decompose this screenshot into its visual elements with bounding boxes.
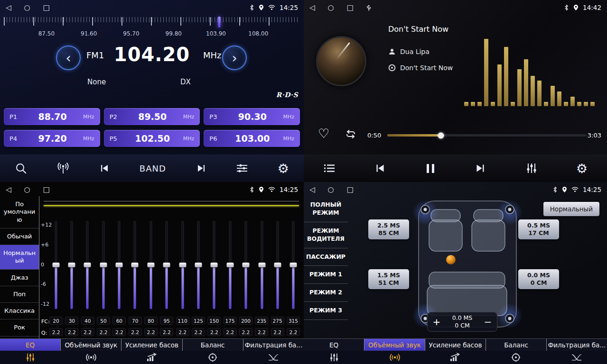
surround-icon[interactable] <box>61 351 121 364</box>
audio-settings-icon[interactable] <box>236 163 248 173</box>
nav-home-button[interactable]: ○ <box>328 185 334 194</box>
settings-gear-icon[interactable]: ⚙ <box>278 162 289 175</box>
eq-preset-item[interactable]: Поп <box>0 286 39 303</box>
tuner-indicator[interactable] <box>218 17 220 27</box>
previous-track-icon[interactable] <box>374 162 386 174</box>
mode-menu-item[interactable]: ПОЛНЫЙ РЕЖИМ <box>304 196 348 222</box>
field-preset-button[interactable]: Нормальный <box>543 202 599 216</box>
slider-knob[interactable] <box>84 263 91 267</box>
tab-surround[interactable]: Объёмный звук <box>364 339 425 351</box>
eq-band-slider-50[interactable] <box>100 221 107 309</box>
eq-preset-item[interactable]: Обычай <box>0 228 39 245</box>
tab-bass[interactable]: Усиление басов <box>425 339 486 351</box>
nav-back-button[interactable]: ◁ <box>6 3 11 12</box>
nav-back-button[interactable]: ◁ <box>309 3 315 12</box>
nav-back-button[interactable]: ◁ <box>309 185 315 194</box>
mode-menu-item[interactable]: РЕЖИМ ВОДИТЕЛЯ <box>304 222 348 248</box>
bass-icon[interactable] <box>121 351 182 364</box>
slider-knob[interactable] <box>290 263 297 267</box>
slider-knob[interactable] <box>211 263 218 267</box>
slider-knob[interactable] <box>147 263 154 267</box>
mode-menu-item[interactable]: РЕЖИМ 3 <box>304 302 348 320</box>
nav-recents-button[interactable]: □ <box>43 3 50 12</box>
balance-icon[interactable] <box>182 351 243 364</box>
favorite-heart-icon[interactable]: ♡ <box>318 126 329 141</box>
eq-band-slider-125[interactable] <box>195 221 202 309</box>
bass-icon[interactable] <box>425 351 486 364</box>
delay-front-left-button[interactable]: 2.5 MS 85 CM <box>368 219 409 239</box>
nav-recents-button[interactable]: □ <box>43 185 50 194</box>
eq-band-slider-20[interactable] <box>52 221 59 309</box>
slider-knob[interactable] <box>52 263 59 267</box>
tuning-scale[interactable] <box>4 17 298 28</box>
previous-track-icon[interactable] <box>99 163 110 174</box>
mode-menu-item[interactable]: РЕЖИМ 1 <box>304 266 348 284</box>
seek-up-button[interactable]: › <box>222 46 247 70</box>
nav-back-button[interactable]: ◁ <box>6 185 11 194</box>
eq-preset-item[interactable]: Нормальный <box>0 245 39 270</box>
eq-band-slider-60[interactable] <box>116 221 123 309</box>
eq-band-slider-150[interactable] <box>211 221 218 309</box>
nav-home-button[interactable]: ○ <box>24 185 30 194</box>
listening-position-ball[interactable] <box>446 255 456 264</box>
tab-balance[interactable]: Баланс <box>183 339 243 351</box>
next-track-icon[interactable] <box>196 163 207 174</box>
search-scan-icon[interactable] <box>15 162 27 174</box>
surround-icon[interactable] <box>364 351 425 364</box>
preset-button-p1[interactable]: P188.70MHz <box>4 108 100 125</box>
slider-knob[interactable] <box>258 263 265 267</box>
tab-eq[interactable]: EQ <box>304 339 364 351</box>
eq-band-slider-70[interactable] <box>131 221 139 309</box>
eq-band-slider-315[interactable] <box>290 221 297 309</box>
eq-band-slider-175[interactable] <box>226 221 233 309</box>
preset-button-p4[interactable]: P497.20MHz <box>4 130 100 147</box>
mode-menu-item[interactable]: РЕЖИМ 2 <box>304 284 348 302</box>
eq-band-slider-95[interactable] <box>163 221 170 309</box>
slider-knob[interactable] <box>116 263 123 267</box>
nav-recents-button[interactable]: □ <box>347 3 354 12</box>
tab-eq[interactable]: EQ <box>0 339 61 351</box>
band-button[interactable]: BAND <box>140 164 166 173</box>
preset-button-p2[interactable]: P289.50MHz <box>104 108 200 125</box>
next-track-icon[interactable] <box>474 162 486 174</box>
balance-icon[interactable] <box>486 351 546 364</box>
settings-gear-icon[interactable]: ⚙ <box>576 162 588 175</box>
slider-knob[interactable] <box>274 263 281 267</box>
eq-preset-item[interactable]: Классика <box>0 303 39 319</box>
eq-preset-item[interactable]: По умолчанию <box>0 196 39 228</box>
mixer-sliders-icon[interactable] <box>525 163 538 174</box>
eq-preset-item[interactable]: Джаз <box>0 270 39 286</box>
slider-knob[interactable] <box>100 263 107 267</box>
decrease-delay-button[interactable]: − <box>479 316 497 328</box>
playlist-icon[interactable] <box>323 163 336 173</box>
eq-band-slider-30[interactable] <box>68 221 75 309</box>
eq-band-slider-110[interactable] <box>179 221 186 309</box>
eq-icon[interactable] <box>0 351 61 364</box>
preset-button-p3[interactable]: P390.30MHz <box>204 108 300 125</box>
preset-button-p5[interactable]: P5102.50MHz <box>104 130 200 147</box>
nav-home-button[interactable]: ○ <box>328 3 334 12</box>
mode-menu-item[interactable]: ПАССАЖИР <box>304 248 348 266</box>
filter-icon[interactable] <box>243 351 304 364</box>
broadcast-antenna-icon[interactable] <box>56 162 70 174</box>
slider-knob[interactable] <box>226 263 233 267</box>
eq-band-slider-235[interactable] <box>258 221 265 309</box>
repeat-icon[interactable] <box>345 129 357 141</box>
eq-band-slider-275[interactable] <box>274 221 281 309</box>
seek-down-button[interactable]: ‹ <box>56 46 81 70</box>
tab-filter[interactable]: Фильтрация ба... <box>243 339 304 351</box>
slider-knob[interactable] <box>195 263 202 267</box>
tab-filter[interactable]: Фильтрация ба... <box>547 339 607 351</box>
slider-knob[interactable] <box>68 263 75 267</box>
preset-button-p6[interactable]: P6103.00MHz <box>204 130 300 147</box>
progress-knob[interactable] <box>438 132 444 138</box>
progress-bar[interactable] <box>387 134 587 136</box>
delay-rear-right-button[interactable]: 0.0 MS 0 CM <box>518 269 559 289</box>
slider-knob[interactable] <box>131 263 139 267</box>
delay-front-right-button[interactable]: 0.5 MS 17 CM <box>518 219 559 239</box>
nav-home-button[interactable]: ○ <box>24 3 30 12</box>
tab-balance[interactable]: Баланс <box>486 339 547 351</box>
nav-recents-button[interactable]: □ <box>347 185 354 194</box>
eq-band-slider-80[interactable] <box>147 221 154 309</box>
slider-knob[interactable] <box>243 263 250 267</box>
